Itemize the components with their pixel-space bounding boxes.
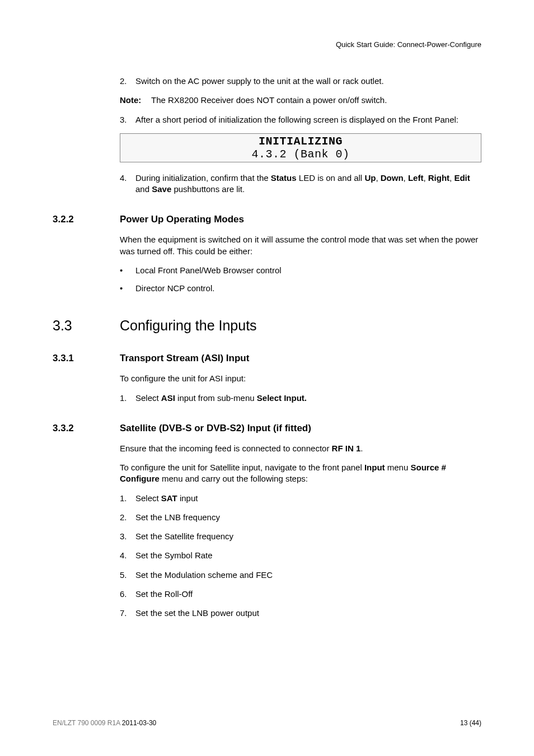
section-title: Satellite (DVB-S or DVB-S2) Input (if fi…	[120, 423, 311, 434]
heading-level-2: 3.3.1 Transport Stream (ASI) Input	[53, 353, 481, 364]
text: menu	[385, 463, 411, 472]
bullet-icon: •	[120, 265, 135, 276]
paragraph: To configure the unit for Satellite inpu…	[120, 462, 481, 485]
page-number: 13 (44)	[460, 719, 481, 727]
bullet-text: Director NCP control.	[135, 283, 214, 294]
text: Select	[135, 393, 161, 403]
list-item: 2. Set the LNB frequency	[120, 512, 481, 523]
list-text: Set the set the LNB power output	[135, 608, 481, 619]
text: ,	[423, 173, 428, 183]
bold-text: Input	[364, 463, 385, 472]
list-number: 5.	[120, 570, 135, 581]
text: input from sub-menu	[175, 393, 257, 403]
footer-left: EN/LZT 790 0009 R1A 2011-03-30	[53, 719, 156, 727]
heading-level-1: 3.3 Configuring the Inputs	[53, 318, 481, 334]
list-item: 1. Select ASI input from sub-menu Select…	[120, 393, 481, 404]
lcd-line-1: INITIALIZING	[120, 135, 481, 148]
content-block: 2. Switch on the AC power supply to the …	[120, 76, 481, 195]
list-item: 5. Set the Modulation scheme and FEC	[120, 570, 481, 581]
content-block: When the equipment is switched on it wil…	[120, 234, 481, 294]
section-number: 3.2.2	[53, 214, 120, 225]
list-number: 3.	[120, 114, 135, 125]
list-item: 4. Set the Symbol Rate	[120, 550, 481, 561]
list-text: After a short period of initialization t…	[135, 114, 481, 125]
lcd-line-2: 4.3.2 (Bank 0)	[120, 148, 481, 161]
list-item: 3. After a short period of initializatio…	[120, 114, 481, 125]
list-text: Set the Satellite frequency	[135, 531, 481, 542]
list-number: 3.	[120, 531, 135, 542]
bold-text: ASI	[161, 393, 175, 403]
bold-text: Save	[152, 184, 171, 194]
list-text: Set the Modulation scheme and FEC	[135, 570, 481, 581]
text: LED is on and all	[297, 173, 365, 183]
list-text: Set the LNB frequency	[135, 512, 481, 523]
section-number: 3.3.1	[53, 353, 120, 364]
bullet-icon: •	[120, 283, 135, 294]
text: menu and carry out the following steps:	[160, 474, 308, 483]
list-item: 3. Set the Satellite frequency	[120, 531, 481, 542]
list-number: 1.	[120, 393, 135, 404]
list-number: 2.	[120, 76, 135, 87]
paragraph: When the equipment is switched on it wil…	[120, 234, 481, 257]
heading-level-2: 3.3.2 Satellite (DVB-S or DVB-S2) Input …	[53, 423, 481, 434]
text: During initialization, confirm that the	[135, 173, 271, 183]
list-number: 2.	[120, 512, 135, 523]
bold-text: Right	[428, 173, 449, 183]
list-number: 7.	[120, 608, 135, 619]
lcd-display: INITIALIZING 4.3.2 (Bank 0)	[120, 133, 481, 162]
list-text: Set the Roll-Off	[135, 589, 481, 600]
note-text: The RX8200 Receiver does NOT contain a p…	[151, 95, 387, 106]
section-title: Power Up Operating Modes	[120, 214, 244, 225]
bullet-text: Local Front Panel/Web Browser control	[135, 265, 282, 276]
page: Quick Start Guide: Connect-Power-Configu…	[0, 0, 534, 756]
list-number: 4.	[120, 172, 135, 195]
bold-text: Left	[408, 173, 424, 183]
list-item: 6. Set the Roll-Off	[120, 589, 481, 600]
section-title: Transport Stream (ASI) Input	[120, 353, 249, 364]
text: .	[360, 444, 363, 453]
text: input	[177, 493, 198, 503]
section-number: 3.3.2	[53, 423, 120, 434]
text: To configure the unit for Satellite inpu…	[120, 463, 364, 472]
bold-text: Status	[271, 173, 297, 183]
bold-text: SAT	[161, 493, 177, 503]
list-item: 7. Set the set the LNB power output	[120, 608, 481, 619]
list-text: Select ASI input from sub-menu Select In…	[135, 393, 481, 404]
section-number: 3.3	[53, 318, 120, 334]
list-number: 6.	[120, 589, 135, 600]
list-text: Switch on the AC power supply to the uni…	[135, 76, 481, 87]
text: ,	[404, 173, 408, 183]
running-header: Quick Start Guide: Connect-Power-Configu…	[53, 40, 481, 49]
note: Note: The RX8200 Receiver does NOT conta…	[120, 95, 481, 106]
doc-date: 2011-03-30	[122, 719, 156, 727]
paragraph: To configure the unit for ASI input:	[120, 373, 481, 384]
list-text: Select SAT input	[135, 493, 481, 504]
list-text: During initialization, confirm that the …	[135, 172, 481, 195]
bold-text: Down	[381, 173, 404, 183]
bold-text: Edit	[454, 173, 470, 183]
bullet-item: • Director NCP control.	[120, 283, 481, 294]
bold-text: RF IN 1	[332, 444, 361, 453]
bold-text: Select Input.	[257, 393, 307, 403]
text: ,	[376, 173, 380, 183]
list-text: Set the Symbol Rate	[135, 550, 481, 561]
list-item: 2. Switch on the AC power supply to the …	[120, 76, 481, 87]
list-item: 4. During initialization, confirm that t…	[120, 172, 481, 195]
paragraph: Ensure that the incoming feed is connect…	[120, 443, 481, 454]
footer: EN/LZT 790 0009 R1A 2011-03-30 13 (44)	[53, 719, 481, 727]
list-number: 4.	[120, 550, 135, 561]
section-title: Configuring the Inputs	[120, 318, 257, 334]
doc-id: EN/LZT 790 0009 R1A	[53, 719, 122, 727]
content-block: Ensure that the incoming feed is connect…	[120, 443, 481, 619]
list-number: 1.	[120, 493, 135, 504]
note-label: Note:	[120, 95, 151, 106]
list-item: 1. Select SAT input	[120, 493, 481, 504]
text: Select	[135, 493, 161, 503]
heading-level-2: 3.2.2 Power Up Operating Modes	[53, 214, 481, 225]
bold-text: Up	[364, 173, 376, 183]
text: and	[135, 184, 152, 194]
content-block: To configure the unit for ASI input: 1. …	[120, 373, 481, 404]
bullet-item: • Local Front Panel/Web Browser control	[120, 265, 481, 276]
text: pushbuttons are lit.	[171, 184, 245, 194]
text: Ensure that the incoming feed is connect…	[120, 444, 332, 453]
